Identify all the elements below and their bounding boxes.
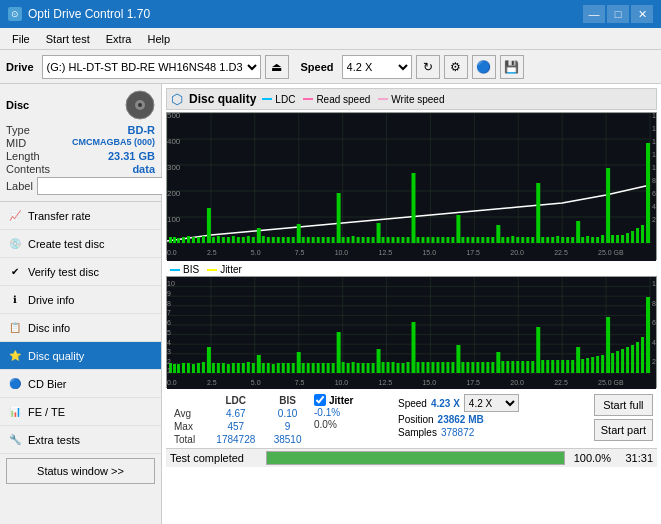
jitter-avg-val: -0.1% [314,407,340,418]
svg-rect-261 [641,337,644,373]
fe-te-icon: 📊 [8,405,22,419]
svg-text:1: 1 [167,367,171,374]
svg-rect-252 [596,356,599,373]
info-button[interactable]: 🔵 [472,55,496,79]
nav-disc-quality-label: Disc quality [28,350,84,362]
svg-text:2X: 2X [652,216,656,223]
svg-rect-110 [606,168,610,243]
close-button[interactable]: ✕ [631,5,653,23]
svg-rect-92 [516,237,519,243]
menu-help[interactable]: Help [139,31,178,47]
save-button[interactable]: 💾 [500,55,524,79]
jitter-checkbox[interactable] [314,394,326,406]
menu-start-test[interactable]: Start test [38,31,98,47]
start-part-button[interactable]: Start part [594,419,653,441]
svg-text:2.5: 2.5 [207,249,217,256]
eject-button[interactable]: ⏏ [265,55,289,79]
nav-transfer-rate[interactable]: 📈 Transfer rate [0,202,161,230]
svg-rect-184 [257,355,261,373]
title-bar: ⊙ Opti Drive Control 1.70 — □ ✕ [0,0,661,28]
svg-text:8X: 8X [652,177,656,184]
svg-rect-195 [312,363,315,373]
svg-text:4%: 4% [652,339,656,346]
progress-percent: 100.0% [571,452,611,464]
svg-rect-99 [551,237,554,243]
svg-rect-177 [222,363,225,373]
drive-select[interactable]: (G:) HL-DT-ST BD-RE WH16NS48 1.D3 [42,55,261,79]
svg-rect-30 [207,208,211,243]
svg-rect-218 [426,362,429,373]
nav-fe-te[interactable]: 📊 FE / TE [0,398,161,426]
svg-rect-85 [481,237,484,243]
svg-rect-115 [631,231,634,243]
maximize-button[interactable]: □ [607,5,629,23]
nav-extra-tests[interactable]: 🔧 Extra tests [0,426,161,454]
minimize-button[interactable]: — [583,5,605,23]
svg-rect-66 [387,237,390,243]
svg-rect-229 [481,362,484,373]
stats-avg-row: Avg 4.67 0.10 [170,407,310,420]
label-input[interactable] [37,177,166,195]
svg-rect-117 [641,225,644,243]
start-full-button[interactable]: Start full [594,394,653,416]
svg-text:20.0: 20.0 [510,249,524,256]
svg-text:0.0: 0.0 [167,249,177,256]
svg-rect-207 [372,363,375,373]
svg-rect-47 [292,237,295,243]
svg-rect-39 [252,237,255,243]
svg-rect-176 [217,363,220,373]
extra-tests-icon: 🔧 [8,433,22,447]
status-window-button[interactable]: Status window >> [6,458,155,484]
speed-dropdown[interactable]: 4.2 X [464,394,519,412]
progress-area: Test completed 100.0% 31:31 [166,448,657,467]
svg-rect-206 [367,363,370,373]
verify-test-disc-icon: ✔ [8,265,22,279]
title-bar-controls: — □ ✕ [583,5,653,23]
disc-label-row: Label ✎ [6,177,155,195]
speed-select[interactable]: 4.2 X [342,55,412,79]
nav-create-test-disc[interactable]: 💿 Create test disc [0,230,161,258]
svg-text:17.5: 17.5 [466,249,480,256]
bis-label: BIS [183,264,199,275]
svg-rect-63 [372,237,375,243]
svg-rect-259 [631,345,634,373]
length-label: Length [6,150,40,162]
svg-rect-67 [392,237,395,243]
label-label: Label [6,180,33,192]
svg-rect-248 [576,347,580,373]
svg-rect-77 [441,237,444,243]
legend-jitter: Jitter [207,264,242,275]
nav-drive-info[interactable]: ℹ Drive info [0,286,161,314]
svg-rect-102 [566,237,569,243]
svg-text:2.5: 2.5 [207,379,217,386]
svg-rect-108 [596,237,599,243]
svg-rect-114 [626,233,629,243]
menu-file[interactable]: File [4,31,38,47]
speed-pos-section: Speed 4.23 X 4.2 X Position 23862 MB Sam… [398,394,519,438]
speed-row: Speed 4.23 X 4.2 X [398,394,519,412]
svg-rect-88 [496,225,500,243]
svg-rect-36 [237,237,240,243]
svg-rect-192 [297,352,301,373]
action-buttons: Start full Start part [594,394,653,441]
svg-rect-27 [192,237,195,243]
total-ldc: 1784728 [206,433,265,446]
svg-rect-78 [446,237,449,243]
svg-rect-25 [182,237,185,243]
svg-rect-247 [571,360,574,373]
svg-text:9: 9 [167,290,171,297]
nav-disc-info[interactable]: 📋 Disc info [0,314,161,342]
nav-verify-test-disc[interactable]: ✔ Verify test disc [0,258,161,286]
nav-disc-quality[interactable]: ⭐ Disc quality [0,342,161,370]
svg-rect-91 [511,236,514,243]
nav-cd-bier[interactable]: 🔵 CD Bier [0,370,161,398]
svg-rect-225 [461,362,464,373]
settings-button[interactable]: ⚙ [444,55,468,79]
refresh-button[interactable]: ↻ [416,55,440,79]
svg-rect-73 [421,237,424,243]
chart-title-bar: ⬡ Disc quality LDC Read speed Write spee… [166,88,657,110]
progress-fill [267,452,564,464]
menu-extra[interactable]: Extra [98,31,140,47]
svg-rect-191 [292,363,295,373]
svg-text:25.0 GB: 25.0 GB [598,379,624,386]
